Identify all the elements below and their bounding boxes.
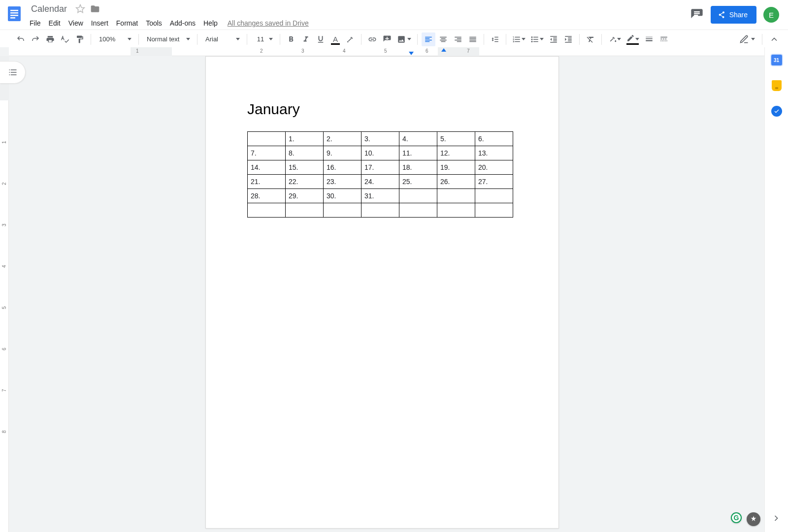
table-cell[interactable]: 24. <box>361 175 399 189</box>
explore-button[interactable] <box>747 512 760 526</box>
star-icon[interactable] <box>75 4 85 14</box>
table-cell[interactable]: 17. <box>361 160 399 175</box>
table-cell[interactable] <box>361 203 399 218</box>
clear-formatting-button[interactable] <box>584 32 597 46</box>
border-dash-button[interactable] <box>657 32 671 46</box>
keep-addon-icon[interactable] <box>771 80 783 92</box>
table-cell[interactable]: 25. <box>399 175 437 189</box>
menu-tools[interactable]: Tools <box>142 17 166 29</box>
table-cell[interactable]: 23. <box>324 175 361 189</box>
menu-addons[interactable]: Add-ons <box>166 17 199 29</box>
table-cell[interactable]: 14. <box>248 160 286 175</box>
table-cell[interactable]: 8. <box>286 146 324 160</box>
insert-image-button[interactable] <box>395 32 413 46</box>
calendar-table[interactable]: 1.2.3.4.5.6.7.8.9.10.11.12.13.14.15.16.1… <box>247 131 513 218</box>
align-right-button[interactable] <box>451 32 465 46</box>
increase-indent-button[interactable] <box>561 32 575 46</box>
table-cell[interactable] <box>437 189 475 203</box>
table-cell[interactable] <box>248 203 286 218</box>
table-cell[interactable]: 1. <box>286 132 324 146</box>
text-color-button[interactable]: A <box>328 32 342 46</box>
table-cell[interactable] <box>324 203 361 218</box>
table-cell[interactable]: 29. <box>286 189 324 203</box>
table-cell[interactable]: 18. <box>399 160 437 175</box>
table-cell[interactable]: 13. <box>475 146 513 160</box>
table-cell[interactable]: 4. <box>399 132 437 146</box>
line-spacing-button[interactable] <box>488 32 502 46</box>
paint-format-button[interactable] <box>73 32 87 46</box>
zoom-select[interactable]: 100% <box>95 32 134 46</box>
editing-mode-button[interactable] <box>737 32 757 46</box>
table-cell[interactable]: 26. <box>437 175 475 189</box>
print-button[interactable] <box>43 32 57 46</box>
table-cell[interactable]: 21. <box>248 175 286 189</box>
menu-help[interactable]: Help <box>199 17 222 29</box>
insert-link-button[interactable] <box>365 32 379 46</box>
vertical-ruler[interactable]: 1 2 3 4 5 6 7 8 <box>0 56 9 532</box>
menu-file[interactable]: File <box>26 17 45 29</box>
table-row[interactable]: 21.22.23.24.25.26.27. <box>248 175 513 189</box>
table-row[interactable]: 14.15.16.17.18.19.20. <box>248 160 513 175</box>
docs-logo-icon[interactable] <box>5 4 25 24</box>
font-size-select[interactable]: 11 <box>251 32 276 46</box>
menu-edit[interactable]: Edit <box>45 17 65 29</box>
align-justify-button[interactable] <box>466 32 480 46</box>
table-cell[interactable]: 15. <box>286 160 324 175</box>
share-button[interactable]: Share <box>711 6 756 24</box>
table-cell[interactable]: 6. <box>475 132 513 146</box>
table-cell[interactable] <box>286 203 324 218</box>
account-avatar[interactable]: E <box>763 7 779 23</box>
tasks-addon-icon[interactable] <box>771 105 783 117</box>
open-comments-icon[interactable] <box>690 8 704 22</box>
table-row[interactable]: 1.2.3.4.5.6. <box>248 132 513 146</box>
border-color-button[interactable] <box>624 32 641 46</box>
table-cell[interactable]: 12. <box>437 146 475 160</box>
table-cell[interactable] <box>399 189 437 203</box>
align-center-button[interactable] <box>436 32 450 46</box>
table-cell[interactable] <box>475 203 513 218</box>
document-canvas[interactable]: January 1.2.3.4.5.6.7.8.9.10.11.12.13.14… <box>9 56 755 532</box>
decrease-indent-button[interactable] <box>547 32 560 46</box>
table-row[interactable]: 7.8.9.10.11.12.13. <box>248 146 513 160</box>
page[interactable]: January 1.2.3.4.5.6.7.8.9.10.11.12.13.14… <box>205 56 559 529</box>
menu-format[interactable]: Format <box>112 17 142 29</box>
table-row[interactable] <box>248 203 513 218</box>
table-cell[interactable]: 28. <box>248 189 286 203</box>
table-cell[interactable]: 3. <box>361 132 399 146</box>
table-cell[interactable]: 7. <box>248 146 286 160</box>
table-cell[interactable]: 20. <box>475 160 513 175</box>
undo-button[interactable] <box>14 32 28 46</box>
save-status[interactable]: All changes saved in Drive <box>228 17 309 29</box>
menu-insert[interactable]: Insert <box>87 17 112 29</box>
calendar-addon-icon[interactable]: 31 <box>771 54 783 66</box>
numbered-list-button[interactable] <box>510 32 527 46</box>
table-cell[interactable]: 11. <box>399 146 437 160</box>
highlight-color-button[interactable] <box>343 32 357 46</box>
move-folder-icon[interactable] <box>90 4 100 14</box>
menu-view[interactable]: View <box>65 17 87 29</box>
table-cell[interactable] <box>475 189 513 203</box>
border-width-button[interactable] <box>642 32 656 46</box>
italic-button[interactable] <box>299 32 313 46</box>
table-cell[interactable]: 9. <box>324 146 361 160</box>
table-row[interactable]: 28.29.30.31. <box>248 189 513 203</box>
table-cell[interactable] <box>437 203 475 218</box>
bold-button[interactable] <box>284 32 298 46</box>
table-cell[interactable]: 2. <box>324 132 361 146</box>
redo-button[interactable] <box>29 32 42 46</box>
table-cell[interactable]: 16. <box>324 160 361 175</box>
horizontal-ruler[interactable]: 1 2 3 4 5 6 7 <box>9 47 764 56</box>
table-cell[interactable]: 5. <box>437 132 475 146</box>
spellcheck-button[interactable] <box>58 32 72 46</box>
table-cell[interactable]: 19. <box>437 160 475 175</box>
font-family-select[interactable]: Arial <box>201 32 243 46</box>
table-cell[interactable] <box>399 203 437 218</box>
fill-color-button[interactable] <box>606 32 623 46</box>
heading[interactable]: January <box>247 101 517 118</box>
table-cell[interactable]: 31. <box>361 189 399 203</box>
grammarly-icon[interactable]: G <box>731 512 742 523</box>
insert-comment-button[interactable] <box>380 32 394 46</box>
paragraph-style-select[interactable]: Normal text <box>143 32 193 46</box>
document-outline-toggle[interactable] <box>0 61 26 84</box>
hide-side-panel-button[interactable] <box>771 513 781 525</box>
